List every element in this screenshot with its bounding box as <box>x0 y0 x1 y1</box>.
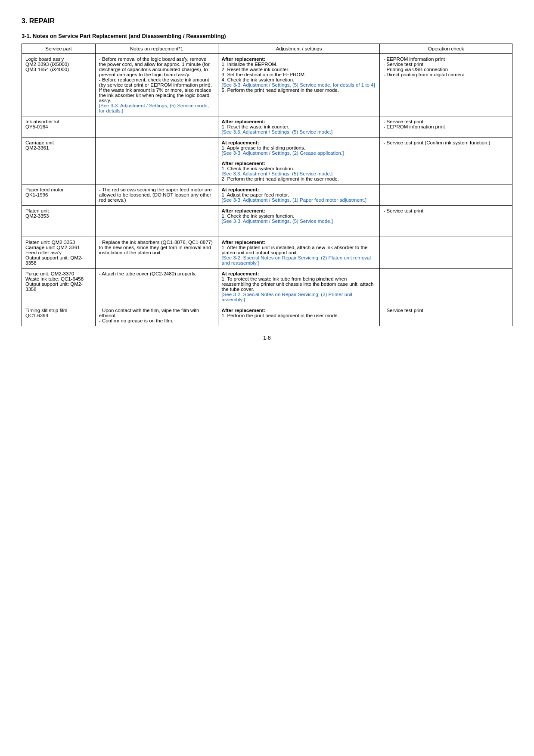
table-row: Platen unitQM2-3353 After replacement: C… <box>22 206 512 237</box>
adjustment-cell: At replacement: To protect the waste ink… <box>218 269 380 305</box>
page-number: 1-8 <box>22 335 512 341</box>
service-part-cell: Ink absorber kitQY5-0164 <box>22 116 96 137</box>
adjustment-cell: After replacement: Reset the waste ink c… <box>218 116 380 137</box>
service-part-cell: Platen unit: QM2-3353 Carriage unit: QM2… <box>22 237 96 269</box>
table-row: Timing slit strip filmQC1-6394 Upon cont… <box>22 305 512 326</box>
adjustment-cell: At replacement: Apply grease to the slid… <box>218 137 380 184</box>
operation-cell: Service test print <box>380 206 512 237</box>
subsection-title: 3-1. Notes on Service Part Replacement (… <box>22 33 512 39</box>
notes-cell <box>95 137 218 184</box>
operation-cell <box>380 269 512 305</box>
col-header-notes: Notes on replacement*1 <box>95 44 218 54</box>
service-parts-table: Service part Notes on replacement*1 Adju… <box>22 44 512 326</box>
adjustment-cell: After replacement: Check the ink system … <box>218 206 380 237</box>
operation-cell <box>380 184 512 206</box>
table-row: Purge unit: QM2-3370 Waste ink tube: QC1… <box>22 269 512 305</box>
service-part-cell: Paper feed motorQK1-1996 <box>22 184 96 206</box>
adjustment-cell: After replacement: Perform the print hea… <box>218 305 380 326</box>
adjustment-cell: After replacement: After the platen unit… <box>218 237 380 269</box>
operation-cell: Service test print <box>380 305 512 326</box>
service-part-cell: Purge unit: QM2-3370 Waste ink tube: QC1… <box>22 269 96 305</box>
notes-cell: Attach the tube cover (QC2-2480) properl… <box>95 269 218 305</box>
service-part-cell: Logic board ass'yQM2-3393 (iX5000)QM3-16… <box>22 54 96 116</box>
notes-cell <box>95 116 218 137</box>
notes-cell: Upon contact with the film, wipe the fil… <box>95 305 218 326</box>
operation-cell: EEPROM information print Service test pr… <box>380 54 512 116</box>
table-row: Paper feed motorQK1-1996 The red screws … <box>22 184 512 206</box>
operation-cell: Service test print (Confirm ink system f… <box>380 137 512 184</box>
table-row: Carriage unitQM2-3361 At replacement: Ap… <box>22 137 512 184</box>
notes-cell: Before removal of the logic board ass'y,… <box>95 54 218 116</box>
operation-cell <box>380 237 512 269</box>
adjustment-cell: After replacement: Initialize the EEPROM… <box>218 54 380 116</box>
section-title: 3. REPAIR <box>22 17 512 25</box>
service-part-cell: Platen unitQM2-3353 <box>22 206 96 237</box>
notes-cell: The red screws securing the paper feed m… <box>95 184 218 206</box>
notes-cell <box>95 206 218 237</box>
table-row: Platen unit: QM2-3353 Carriage unit: QM2… <box>22 237 512 269</box>
operation-cell: Service test print EEPROM information pr… <box>380 116 512 137</box>
service-part-cell: Carriage unitQM2-3361 <box>22 137 96 184</box>
table-row: Logic board ass'yQM2-3393 (iX5000)QM3-16… <box>22 54 512 116</box>
col-header-service-part: Service part <box>22 44 96 54</box>
table-row: Ink absorber kitQY5-0164 After replaceme… <box>22 116 512 137</box>
service-part-cell: Timing slit strip filmQC1-6394 <box>22 305 96 326</box>
col-header-adjustment: Adjustment / settings <box>218 44 380 54</box>
notes-cell: Replace the ink absorbers (QC1-8876, QC1… <box>95 237 218 269</box>
col-header-operation: Operation check <box>380 44 512 54</box>
adjustment-cell: At replacement: Adjust the paper feed mo… <box>218 184 380 206</box>
